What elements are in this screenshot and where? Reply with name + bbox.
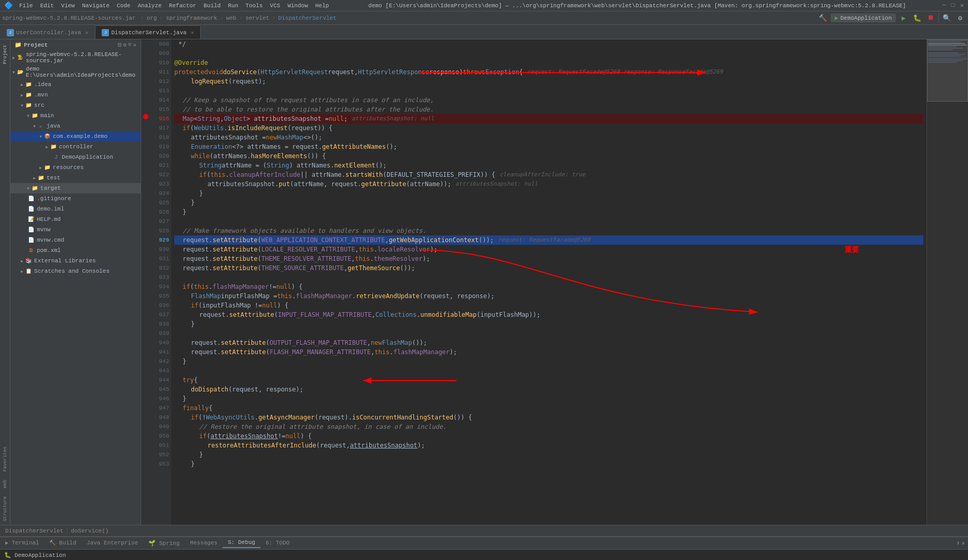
close-btn[interactable]: ✕ — [960, 2, 964, 9]
btab-java-enterprise[interactable]: Java Enterprise — [81, 538, 143, 548]
arrow-icon: ▶ — [21, 259, 23, 263]
code-line-938: } — [174, 319, 923, 329]
arrow-icon: ▼ — [27, 186, 30, 191]
settings-icon[interactable]: ⚙ — [955, 12, 966, 24]
code-line-909 — [174, 49, 923, 58]
menu-code[interactable]: Code — [114, 2, 133, 10]
tree-idea[interactable]: ▶ 📁 .idea — [10, 79, 141, 90]
menu-build[interactable]: Build — [200, 2, 224, 10]
vtab-project[interactable]: Project — [2, 41, 9, 67]
tree-main[interactable]: ▼ 📁 main — [10, 110, 141, 121]
tree-scratches[interactable]: ▶ 📋 Scratches and Consoles — [10, 266, 141, 276]
close-panel-icon[interactable]: ✕ — [133, 41, 136, 48]
menu-window[interactable]: Window — [284, 2, 311, 10]
menu-view[interactable]: View — [58, 2, 78, 10]
btab-spring[interactable]: 🌱 Spring — [143, 538, 185, 548]
arrow-icon: ▶ — [21, 269, 23, 274]
settings-icon[interactable]: ⚙ — [123, 41, 127, 48]
tree-com-example-demo[interactable]: ▼ 📦 com.example.demo — [10, 131, 141, 142]
tree-mvnw[interactable]: 📄 mvnw — [10, 225, 141, 235]
tree-jar[interactable]: ▶ 🗜 spring-webmvc-5.2.8.RELEASE-sources.… — [10, 50, 141, 65]
debug-session-label: DemoApplication — [15, 552, 66, 558]
menu-edit[interactable]: Edit — [37, 2, 57, 10]
tab-dispatcherservlet[interactable]: J DispatcherServlet.java ✕ — [95, 25, 200, 39]
tree-external-libs[interactable]: ▶ 📚 External Libraries — [10, 256, 141, 266]
minimize-btn[interactable]: — — [942, 2, 946, 9]
close-tab-dispatcherservlet[interactable]: ✕ — [191, 30, 194, 36]
tree-gitignore[interactable]: 📄 .gitignore — [10, 193, 141, 204]
code-line-917: if (WebUtils.isIncludeRequest(request)) … — [174, 123, 923, 133]
btab-debug[interactable]: S: Debug — [223, 538, 260, 548]
arrow-icon: ▼ — [27, 114, 30, 118]
gear-icon[interactable]: ≡ — [128, 41, 132, 48]
code-line-931: request.setAttribute(THEME_RESOLVER_ATTR… — [174, 254, 923, 263]
tree-test[interactable]: ▶ 📁 test — [10, 173, 141, 183]
xml-icon: 🗎 — [27, 246, 35, 255]
code-line-945: doDispatch(request, response); — [174, 385, 923, 394]
tab-usercontroller[interactable]: J UserController.java ✕ — [0, 25, 95, 39]
code-line-944: try { — [174, 375, 923, 385]
btab-todo[interactable]: 6: TODO — [260, 538, 295, 548]
tree-java[interactable]: ▼ ☕ java — [10, 121, 141, 131]
tree-demo-iml[interactable]: 📄 demo.iml — [10, 204, 141, 214]
app-icon: 🔷 — [4, 1, 13, 10]
code-line-952: } — [174, 450, 923, 459]
separator — [938, 13, 939, 23]
close-tab-usercontroller[interactable]: ✕ — [85, 30, 88, 36]
menu-navigate[interactable]: Navigate — [79, 2, 113, 10]
arrow-icon: ▼ — [39, 134, 42, 139]
tree-controller[interactable]: ▶ 📁 controller — [10, 142, 141, 152]
menu-analyze[interactable]: Analyze — [134, 2, 164, 10]
jar-icon: 🗜 — [16, 53, 24, 62]
code-line-928: // Make framework objects available to h… — [174, 226, 923, 235]
menu-help[interactable]: Help — [312, 2, 332, 10]
package-icon: 📦 — [43, 132, 51, 141]
tree-demoapplication[interactable]: J DemoApplication — [10, 152, 141, 162]
code-content[interactable]: */ @Override protected void doService(Ht… — [171, 39, 926, 525]
vtab-web[interactable]: Web — [2, 477, 9, 491]
code-minimap — [926, 39, 968, 525]
menu-file[interactable]: File — [16, 2, 36, 10]
code-line-936: if (inputFlashMap != null) { — [174, 301, 923, 310]
code-line-913 — [174, 86, 923, 95]
tree-mvnw-cmd[interactable]: 📄 mvnw.cmd — [10, 235, 141, 245]
tree-src[interactable]: ▼ 📁 src — [10, 100, 141, 110]
code-line-923: attributesSnapshot.put(attrName, request… — [174, 179, 923, 189]
tree-mvn[interactable]: ▶ 📁 .mvn — [10, 90, 141, 100]
vtab-structure[interactable]: Structure — [2, 493, 9, 525]
stop-btn[interactable]: ⏹ — [925, 12, 936, 24]
line-numbers: 908 909 910 911 912 913 914 915 916 917 … — [151, 39, 171, 525]
tree-target[interactable]: ▼ 📁 target — [10, 183, 141, 193]
arrow-icon: ▶ — [39, 165, 42, 170]
debug-btn[interactable]: 🐛 — [911, 12, 923, 24]
run-btn[interactable]: ▶ — [898, 12, 909, 24]
gutter — [141, 39, 151, 525]
tree-help-md[interactable]: 📝 HELP.md — [10, 214, 141, 225]
maximize-btn[interactable]: □ — [951, 2, 955, 9]
lib-icon: 📚 — [24, 257, 33, 265]
btab-terminal[interactable]: ▶ Terminal — [0, 538, 44, 548]
btab-build[interactable]: 🔨 Build — [44, 538, 81, 548]
java-file-icon: J — [52, 153, 60, 161]
tree-demo-project[interactable]: ▼ 📂 demo E:\Users\admin\IdeaProjects\dem… — [10, 65, 141, 79]
btab-messages[interactable]: Messages — [185, 538, 223, 548]
close-panel-btn[interactable]: ✕ — [961, 540, 965, 547]
vtab-favorites[interactable]: Favorites — [2, 443, 9, 475]
window-controls: — □ ✕ — [942, 2, 964, 9]
restore-btn[interactable]: ⬆ — [957, 540, 960, 547]
menu-refactor[interactable]: Refactor — [166, 2, 200, 10]
breakpoint-indicator — [143, 114, 148, 119]
collapse-all-icon[interactable]: ⊟ — [118, 41, 122, 48]
breadcrumb-bar: DispatcherServlet | doService() — [0, 525, 968, 536]
build-icon[interactable]: 🔨 — [817, 12, 828, 24]
menu-vcs[interactable]: VCS — [267, 2, 283, 10]
search-icon[interactable]: 🔍 — [941, 12, 952, 24]
menu-run[interactable]: Run — [225, 2, 241, 10]
tree-pom-xml[interactable]: 🗎 pom.xml — [10, 245, 141, 256]
jar-label: spring-webmvc-5.2.8.RELEASE-sources.jar — [2, 15, 135, 21]
arrow-icon: ▶ — [33, 176, 36, 180]
line-hint-911: request: RequestFacade@5268 response: Re… — [527, 67, 723, 77]
run-config-selector[interactable]: ▶ DemoApplication — [831, 13, 896, 22]
tree-resources[interactable]: ▶ 📁 resources — [10, 162, 141, 173]
menu-tools[interactable]: Tools — [242, 2, 266, 10]
